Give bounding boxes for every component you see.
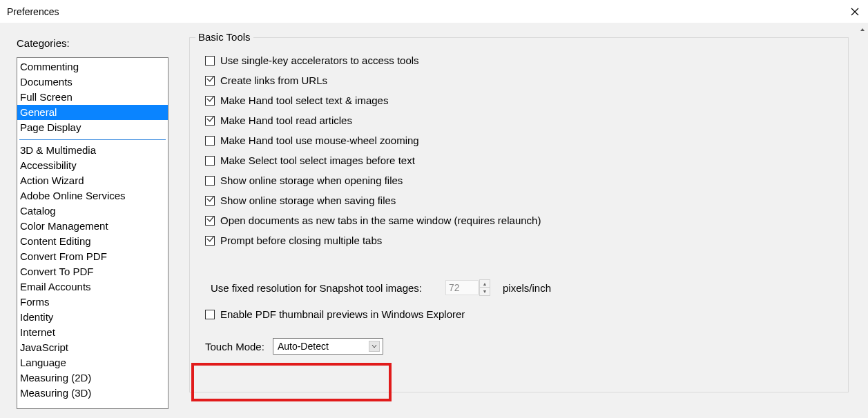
option-checkbox[interactable]	[205, 216, 215, 226]
option-label: Create links from URLs	[220, 74, 327, 86]
category-item[interactable]: Convert From PDF	[17, 249, 168, 264]
categories-list[interactable]: CommentingDocumentsFull ScreenGeneralPag…	[17, 57, 168, 409]
category-item[interactable]: Internet	[17, 325, 168, 340]
chevron-down-icon	[369, 341, 380, 352]
category-item[interactable]: 3D & Multimedia	[17, 143, 168, 158]
option-row: Show online storage when opening files	[205, 175, 836, 186]
option-label: Make Hand tool select text & images	[220, 94, 388, 106]
fixed-resolution-label: Use fixed resolution for Snapshot tool i…	[211, 282, 422, 294]
option-checkbox[interactable]	[205, 96, 215, 106]
option-row: Create links from URLs	[205, 74, 836, 86]
dialog-body: Categories: CommentingDocumentsFull Scre…	[0, 23, 868, 418]
option-label: Prompt before closing multiple tabs	[220, 235, 382, 246]
category-item[interactable]: Identity	[17, 310, 168, 325]
option-label: Open documents as new tabs in the same w…	[220, 215, 541, 226]
category-item[interactable]: JavaScript	[17, 340, 168, 355]
option-checkbox[interactable]	[205, 136, 215, 146]
option-checkbox[interactable]	[205, 116, 215, 126]
option-row: Make Select tool select images before te…	[205, 155, 836, 166]
category-item[interactable]: Documents	[17, 74, 168, 90]
touch-mode-label: Touch Mode:	[205, 341, 264, 352]
category-item[interactable]: Convert To PDF	[17, 264, 168, 279]
settings-panel: Basic Tools Use single-key accelerators …	[168, 37, 849, 409]
spinner-down-icon[interactable]: ▼	[480, 288, 490, 295]
close-icon[interactable]	[849, 6, 861, 18]
category-item[interactable]: Action Wizard	[17, 173, 168, 188]
category-item[interactable]: Adobe Online Services	[17, 188, 168, 203]
categories-column: Categories: CommentingDocumentsFull Scre…	[17, 37, 168, 409]
category-divider	[19, 139, 166, 140]
option-checkbox[interactable]	[205, 156, 215, 166]
option-checkbox[interactable]	[205, 196, 215, 206]
option-row: Make Hand tool use mouse-wheel zooming	[205, 135, 836, 146]
category-item[interactable]: Measuring (3D)	[17, 386, 168, 401]
vertical-scrollbar[interactable]	[856, 23, 868, 418]
touch-mode-select[interactable]: Auto-Detect	[273, 338, 383, 355]
option-label: Make Select tool select images before te…	[220, 155, 415, 166]
category-item[interactable]: Measuring (2D)	[17, 370, 168, 386]
option-row: Make Hand tool read articles	[205, 115, 836, 126]
category-item[interactable]: Full Screen	[17, 90, 168, 105]
option-label: Show online storage when saving files	[220, 195, 396, 206]
option-label: Show online storage when opening files	[220, 175, 403, 186]
option-label: Make Hand tool read articles	[220, 115, 352, 126]
group-title: Basic Tools	[195, 31, 253, 43]
scroll-up-icon[interactable]	[856, 23, 868, 35]
category-item[interactable]: Color Management	[17, 219, 168, 234]
resolution-units: pixels/inch	[503, 282, 551, 294]
option-row: Make Hand tool select text & images	[205, 94, 836, 106]
thumbnail-preview-checkbox[interactable]	[205, 310, 215, 319]
touch-mode-value: Auto-Detect	[278, 341, 329, 352]
category-item[interactable]: Catalog	[17, 203, 168, 219]
category-item[interactable]: General	[17, 105, 168, 120]
touch-mode-row: Touch Mode: Auto-Detect	[205, 328, 836, 364]
category-item[interactable]: Email Accounts	[17, 279, 168, 295]
spinner-up-icon[interactable]: ▲	[480, 280, 490, 288]
resolution-input[interactable]	[445, 280, 479, 295]
category-item[interactable]: Accessibility	[17, 158, 168, 173]
category-item[interactable]: Content Editing	[17, 234, 168, 249]
category-item[interactable]: Language	[17, 355, 168, 370]
option-row: Prompt before closing multiple tabs	[205, 235, 836, 246]
window-title: Preferences	[7, 6, 59, 17]
option-checkbox[interactable]	[205, 56, 215, 66]
categories-header: Categories:	[17, 37, 168, 49]
option-label: Make Hand tool use mouse-wheel zooming	[220, 135, 419, 146]
option-checkbox[interactable]	[205, 76, 215, 86]
option-row: Open documents as new tabs in the same w…	[205, 215, 836, 226]
option-checkbox[interactable]	[205, 176, 215, 186]
resolution-spinner[interactable]: ▲ ▼	[479, 279, 490, 296]
option-checkbox[interactable]	[205, 236, 215, 246]
option-row: Show online storage when saving files	[205, 195, 836, 206]
title-bar: Preferences	[0, 0, 868, 23]
option-row: Use single-key accelerators to access to…	[205, 54, 836, 66]
thumbnail-preview-row: Enable PDF thumbnail previews in Windows…	[205, 308, 836, 320]
thumbnail-preview-label: Enable PDF thumbnail previews in Windows…	[220, 308, 465, 320]
category-item[interactable]: Commenting	[17, 59, 168, 74]
basic-tools-group: Basic Tools Use single-key accelerators …	[189, 37, 849, 392]
category-item[interactable]: Forms	[17, 295, 168, 310]
annotation-highlight	[191, 363, 392, 401]
option-label: Use single-key accelerators to access to…	[220, 54, 419, 66]
fixed-resolution-row: Use fixed resolution for Snapshot tool i…	[205, 279, 836, 296]
category-item[interactable]: Page Display	[17, 120, 168, 135]
